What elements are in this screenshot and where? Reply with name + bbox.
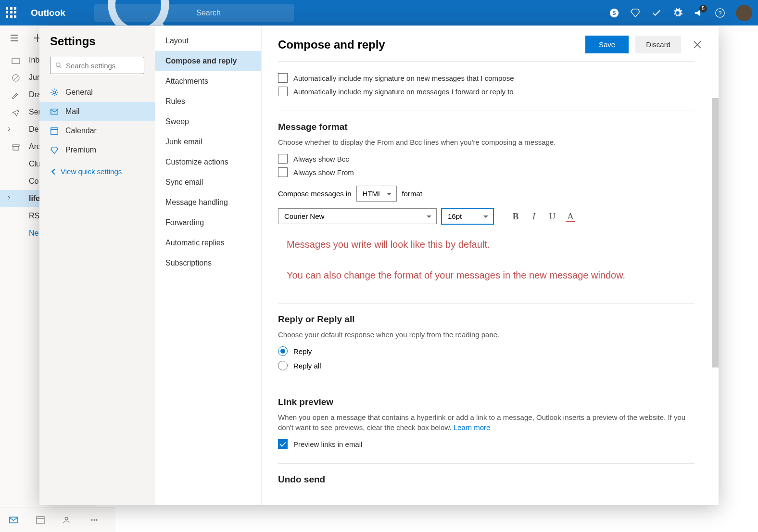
bottom-module-bar [0,507,115,532]
category-label: Premium [65,146,96,154]
subitem-compose-reply[interactable]: Compose and reply [155,51,261,71]
skype-icon[interactable]: S [609,8,619,18]
settings-panel: Compose and reply Save Discard Automatic… [262,26,719,505]
section-title: Message format [278,122,695,132]
settings-subcategories: Layout Compose and reply Attachments Rul… [155,26,262,505]
hamburger-icon[interactable] [10,33,19,43]
subitem-customize[interactable]: Customize actions [155,152,261,172]
format-preview: Messages you write will look like this b… [278,231,695,292]
calendar-icon[interactable] [36,515,45,525]
italic-button[interactable]: I [527,210,541,223]
signature-forward-checkbox[interactable] [278,87,288,96]
scrollbar-thumb[interactable] [712,98,719,367]
svg-rect-10 [37,517,44,524]
category-calendar[interactable]: Calendar [39,121,155,140]
scrollbar[interactable] [712,84,719,493]
people-icon[interactable] [63,515,72,525]
underline-button[interactable]: U [545,210,559,223]
subitem-subscriptions[interactable]: Subscriptions [155,253,261,273]
section-title: Undo send [278,474,695,485]
section-title: Link preview [278,397,695,407]
radio-label: Reply [293,347,312,355]
diamond-icon[interactable] [630,8,641,18]
link-preview-checkbox[interactable] [278,439,288,449]
diamond-icon [50,146,59,154]
panel-title: Compose and reply [278,38,585,51]
header-actions: S 5 ? [609,5,752,21]
subitem-junk[interactable]: Junk email [155,132,261,152]
discard-button[interactable]: Discard [635,36,681,53]
svg-rect-9 [10,517,17,523]
svg-point-13 [91,519,93,520]
archive-icon [12,143,20,152]
brand-label: Outlook [31,8,65,18]
gear-icon[interactable] [672,8,683,18]
app-launcher-icon[interactable] [6,7,17,19]
subitem-rules[interactable]: Rules [155,91,261,112]
help-icon[interactable]: ? [715,8,725,18]
show-from-checkbox[interactable] [278,167,288,177]
close-icon[interactable] [693,40,702,50]
calendar-icon [50,127,59,135]
checkbox-label: Automatically include my signature on me… [293,88,514,96]
search-icon [55,62,62,69]
svg-point-14 [94,519,95,520]
category-premium[interactable]: Premium [39,140,155,160]
section-desc: When you open a message that contains a … [278,412,695,432]
section-desc: Choose whether to display the From and B… [278,137,695,147]
compose-label-pre: Compose messages in [278,190,352,198]
view-quick-settings-link[interactable]: View quick settings [39,160,155,183]
section-desc: Choose your default response when you re… [278,329,695,340]
subitem-sweep[interactable]: Sweep [155,112,261,132]
more-icon[interactable] [89,515,99,525]
compose-format-dropdown[interactable]: HTML [356,186,397,202]
subitem-autoreply[interactable]: Automatic replies [155,233,261,253]
signature-new-checkbox[interactable] [278,73,288,83]
settings-title: Settings [39,35,155,57]
subitem-layout[interactable]: Layout [155,31,261,51]
avatar[interactable] [736,5,752,21]
svg-line-6 [13,76,18,80]
font-family-dropdown[interactable]: Courier New [278,208,437,224]
category-general[interactable]: General [39,83,155,102]
checkbox-row: Automatically include my signature on ne… [278,73,695,83]
reply-radio[interactable] [278,346,288,356]
subitem-handling[interactable]: Message handling [155,192,261,213]
mail-icon[interactable] [9,515,18,525]
search-input[interactable] [196,9,288,17]
mail-icon [50,107,59,116]
category-mail[interactable]: Mail [39,102,155,121]
show-bcc-checkbox[interactable] [278,154,288,164]
category-label: Mail [65,107,79,116]
notification-badge: 5 [699,5,707,13]
subitem-attachments[interactable]: Attachments [155,71,261,91]
svg-point-16 [53,91,55,93]
category-label: Calendar [65,127,97,135]
radio-label: Reply all [293,362,321,370]
settings-dialog: Settings General Mail Calendar Premium V… [39,26,719,505]
svg-point-12 [65,517,68,520]
inbox-icon [12,56,20,65]
bold-button[interactable]: B [509,210,522,223]
reply-all-radio[interactable] [278,361,288,370]
chevron-left-icon [50,168,57,175]
megaphone-icon[interactable]: 5 [694,8,704,18]
todo-icon[interactable] [651,8,662,18]
svg-text:?: ? [719,10,722,16]
chevron-right-icon [7,196,12,201]
font-size-dropdown[interactable]: 16pt [442,208,493,224]
svg-rect-8 [13,146,19,150]
save-button[interactable]: Save [585,36,629,53]
panel-header: Compose and reply Save Discard [262,26,719,58]
svg-rect-4 [12,59,20,63]
font-color-button[interactable]: A [564,210,577,223]
subitem-sync[interactable]: Sync email [155,172,261,192]
search-box[interactable] [94,4,294,22]
settings-search-input[interactable] [66,62,139,70]
learn-more-link[interactable]: Learn more [454,423,491,431]
checkbox-label: Always show Bcc [293,155,349,163]
checkbox-label: Preview links in email [293,440,362,448]
subitem-forwarding[interactable]: Forwarding [155,213,261,233]
category-label: General [65,88,93,97]
settings-search[interactable] [50,57,144,74]
